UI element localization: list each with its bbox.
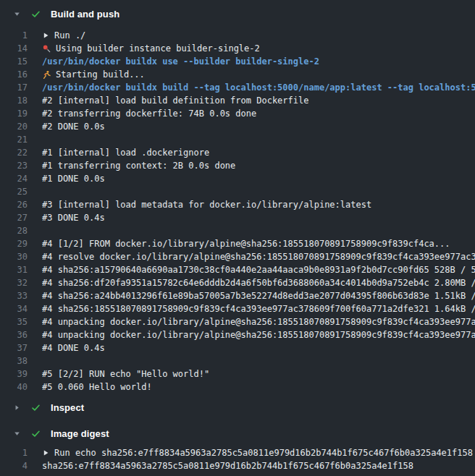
log-text-content: #4 sha256:185518070891758909c9f839cf4ca3… — [42, 302, 475, 315]
success-check-icon — [31, 429, 41, 438]
section-title: Inspect — [51, 402, 84, 413]
log-text-content: #5 [2/2] RUN echo "Hello world!" — [42, 367, 209, 381]
log-section: Inspect — [0, 400, 475, 415]
log-line: 21 — [0, 133, 475, 146]
pushpin-icon — [42, 44, 51, 54]
log-text-content: Starting build... — [56, 68, 145, 81]
line-number[interactable]: 36 — [0, 328, 28, 341]
log-line: 38 — [0, 354, 475, 367]
line-number[interactable]: 25 — [0, 185, 28, 198]
log-line: 4sha256:e7ff8834a5963a2785c5a0811e979d16… — [0, 459, 475, 472]
log-text: #2 DONE 0.0s — [42, 120, 475, 133]
line-number[interactable]: 22 — [0, 146, 28, 159]
log-text-content: /usr/bin/docker buildx build --tag local… — [42, 81, 475, 94]
line-number[interactable]: 35 — [0, 315, 28, 328]
line-number[interactable]: 32 — [0, 276, 28, 289]
line-number[interactable]: 40 — [0, 381, 28, 394]
run-expand-arrow-icon[interactable] — [42, 449, 49, 456]
line-number[interactable]: 19 — [0, 107, 28, 120]
log-text: #1 DONE 0.0s — [42, 172, 475, 185]
log-text: #4 resolve docker.io/library/alpine@sha2… — [42, 250, 475, 263]
log-line: 18#2 [internal] load build definition fr… — [0, 94, 475, 107]
section-title: Build and push — [51, 9, 119, 20]
log-text: #4 unpacking docker.io/library/alpine@sh… — [42, 328, 475, 341]
chevron-right-icon — [13, 404, 21, 412]
line-number[interactable]: 1 — [0, 29, 28, 42]
log-line: 37#4 DONE 0.4s — [0, 341, 475, 354]
log-line: 17/usr/bin/docker buildx build --tag loc… — [0, 81, 475, 94]
log-text-content: #4 sha256:df20fa9351a15782c64e6dddb2d4a6… — [42, 276, 475, 289]
line-number[interactable]: 26 — [0, 198, 28, 211]
log-text-content: #4 sha256:a15790640a6690aa1730c38cf0a440… — [42, 263, 475, 276]
section-header-toggle[interactable]: Image digest — [0, 426, 475, 441]
line-number[interactable]: 17 — [0, 81, 28, 94]
log-text-content: Using builder instance builder-single-2 — [56, 42, 260, 55]
log-text-content: #1 DONE 0.0s — [42, 172, 105, 185]
log-text-content: #4 DONE 0.4s — [42, 341, 105, 354]
line-number[interactable]: 18 — [0, 94, 28, 107]
log-text: #5 0.060 Hello world! — [42, 381, 475, 394]
line-number[interactable]: 39 — [0, 367, 28, 381]
line-number[interactable]: 28 — [0, 224, 28, 237]
log-text-content: sha256:e7ff8834a5963a2785c5a0811e979d16b… — [42, 459, 413, 472]
log-text: #1 transferring context: 2B 0.0s done — [42, 159, 475, 172]
log-text: #4 [1/2] FROM docker.io/library/alpine@s… — [42, 237, 475, 250]
line-number[interactable]: 1 — [0, 446, 28, 459]
log-text-content: #3 DONE 0.4s — [42, 211, 105, 224]
log-line: 31#4 sha256:a15790640a6690aa1730c38cf0a4… — [0, 263, 475, 276]
line-number[interactable]: 33 — [0, 289, 28, 302]
log-text: Using builder instance builder-single-2 — [42, 42, 475, 55]
log-text-content: Run ./ — [54, 29, 85, 42]
chevron-down-icon — [13, 430, 21, 438]
log-text: #4 sha256:a15790640a6690aa1730c38cf0a440… — [42, 263, 475, 276]
line-number[interactable]: 27 — [0, 211, 28, 224]
log-line: 16Starting build... — [0, 68, 475, 81]
line-number[interactable]: 23 — [0, 159, 28, 172]
success-check-icon — [31, 403, 41, 412]
log-text-content: #2 [internal] load build definition from… — [42, 94, 308, 107]
log-text: #1 [internal] load .dockerignore — [42, 146, 475, 159]
line-number[interactable]: 24 — [0, 172, 28, 185]
log-text-content: #2 DONE 0.0s — [42, 120, 105, 133]
log-text: Run echo sha256:e7ff8834a5963a2785c5a081… — [42, 446, 475, 459]
section-header-toggle[interactable]: Build and push — [0, 7, 475, 21]
log-text-content: Run echo sha256:e7ff8834a5963a2785c5a081… — [54, 446, 473, 459]
section-header-toggle[interactable]: Inspect — [0, 400, 475, 415]
log-text: #4 sha256:df20fa9351a15782c64e6dddb2d4a6… — [42, 276, 475, 289]
line-number[interactable]: 31 — [0, 263, 28, 276]
log-line: 30#4 resolve docker.io/library/alpine@sh… — [0, 250, 475, 263]
log-text: Run ./ — [42, 29, 475, 42]
log-line: 39#5 [2/2] RUN echo "Hello world!" — [0, 367, 475, 381]
log-text: /usr/bin/docker buildx use --builder bui… — [42, 55, 475, 68]
line-number[interactable]: 30 — [0, 250, 28, 263]
log-line: 24#1 DONE 0.0s — [0, 172, 475, 185]
line-number[interactable]: 29 — [0, 237, 28, 250]
log-text-content: /usr/bin/docker buildx use --builder bui… — [42, 55, 319, 68]
chevron-down-icon — [13, 10, 21, 18]
line-number[interactable]: 4 — [0, 459, 28, 472]
log-text-content: #4 sha256:a24bb4013296f61e89ba57005a7b3e… — [42, 289, 475, 302]
log-line: 23#1 transferring context: 2B 0.0s done — [0, 159, 475, 172]
run-expand-arrow-icon[interactable] — [42, 32, 49, 39]
log-line: 14Using builder instance builder-single-… — [0, 42, 475, 55]
log-text: #2 [internal] load build definition from… — [42, 94, 475, 107]
log-line: 28 — [0, 224, 475, 237]
line-number[interactable]: 38 — [0, 354, 28, 367]
line-number[interactable]: 21 — [0, 133, 28, 146]
line-number[interactable]: 15 — [0, 55, 28, 68]
log-text-content: #4 unpacking docker.io/library/alpine@sh… — [42, 328, 475, 341]
log-text: #4 unpacking docker.io/library/alpine@sh… — [42, 315, 475, 328]
line-number[interactable]: 16 — [0, 68, 28, 81]
line-number[interactable]: 14 — [0, 42, 28, 55]
log-line: 26#3 [internal] load metadata for docker… — [0, 198, 475, 211]
log-line: 20#2 DONE 0.0s — [0, 120, 475, 133]
line-number[interactable]: 37 — [0, 341, 28, 354]
log-text-content: #5 0.060 Hello world! — [42, 381, 152, 394]
log-text-content: #2 transferring dockerfile: 74B 0.0s don… — [42, 107, 256, 120]
line-number[interactable]: 20 — [0, 120, 28, 133]
line-number[interactable]: 34 — [0, 302, 28, 315]
log-line: 1Run echo sha256:e7ff8834a5963a2785c5a08… — [0, 446, 475, 459]
log-text: /usr/bin/docker buildx build --tag local… — [42, 81, 475, 94]
log-text: #4 sha256:185518070891758909c9f839cf4ca3… — [42, 302, 475, 315]
log-line: 32#4 sha256:df20fa9351a15782c64e6dddb2d4… — [0, 276, 475, 289]
